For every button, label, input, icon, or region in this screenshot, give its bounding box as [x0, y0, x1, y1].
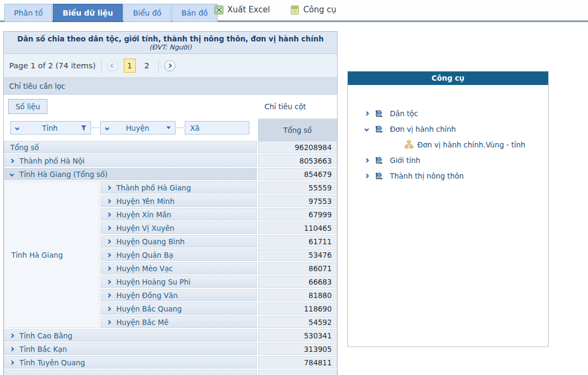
- table-row: Tỉnh Tuyên Quang 784811: [4, 356, 337, 369]
- so-lieu-button[interactable]: Số liệu: [8, 99, 47, 114]
- page-number-1[interactable]: 1: [124, 59, 136, 73]
- table-row: Huyện Yên Minh 97553: [101, 195, 337, 207]
- filter-section-header: Chỉ tiêu cần lọc: [4, 78, 337, 95]
- row-category[interactable]: Huyện Bắc Quang: [101, 302, 257, 315]
- row-category[interactable]: Thành phố Hà Nội: [4, 154, 257, 167]
- dimension-icon: [374, 171, 384, 181]
- filter-row: Tỉnh Huyện Xã: [10, 121, 249, 135]
- filter-tinh[interactable]: Tỉnh: [10, 121, 91, 135]
- row-category[interactable]: Huyện Hoàng Su Phì: [101, 275, 257, 288]
- pagination-bar: Page 1 of 2 (74 items) 1 2: [4, 54, 337, 78]
- row-value: 530341: [258, 329, 337, 342]
- dimension-icon: [374, 124, 384, 134]
- table-row: Huyện Bắc Quang 118690: [101, 302, 337, 315]
- tree-item-thanh-thi-nong-thon[interactable]: Thành thị nông thôn: [365, 168, 548, 183]
- pivot-table-panel: Dân số chia theo dân tộc, giới tính, thà…: [3, 31, 338, 375]
- row-label: Huyện Quản Bạ: [116, 251, 173, 259]
- pagination-divider: [101, 59, 102, 73]
- row-category[interactable]: Huyện Yên Minh: [101, 195, 257, 207]
- chevron-right-icon: [107, 185, 111, 189]
- chevron-down-icon[interactable]: [365, 126, 369, 131]
- next-page-button[interactable]: [164, 60, 176, 72]
- tree-item-label: Giới tính: [390, 156, 421, 165]
- tab-phan-to[interactable]: Phân tổ: [4, 4, 52, 22]
- row-label: Tổng số: [10, 143, 39, 152]
- tab-bar: Phân tổ Biểu dữ liệu Biểu đồ Bản đồ Xuất…: [0, 0, 588, 22]
- row-category[interactable]: Tỉnh Tuyên Quang: [4, 356, 257, 369]
- chevron-right-icon[interactable]: [365, 173, 369, 178]
- tree-item-label: Đơn vị hành chính.Vùng - tỉnh: [417, 140, 526, 149]
- dropdown-arrow-icon: [166, 126, 171, 129]
- tab-strip: Phân tổ Biểu dữ liệu Biểu đồ Bản đồ: [4, 4, 218, 22]
- export-excel-button[interactable]: Xuất Excel: [214, 5, 270, 15]
- row-category[interactable]: Tỉnh Bắc Kạn: [4, 343, 257, 355]
- table-row: Huyện Vị Xuyên 110465: [101, 222, 337, 234]
- row-category[interactable]: Huyện Xín Mần: [101, 208, 257, 221]
- row-category: [4, 370, 257, 375]
- row-label: Huyện Vị Xuyên: [116, 224, 174, 232]
- table-row: Huyện Quang Bình 61711: [101, 235, 337, 247]
- table-row: Huyện Bắc Mê 54592: [101, 316, 337, 328]
- filter-funnel-icon[interactable]: [81, 125, 87, 131]
- export-excel-label: Xuất Excel: [227, 5, 270, 15]
- row-category[interactable]: Thành phố Hà Giang: [101, 181, 257, 194]
- chevron-right-icon: [107, 225, 111, 230]
- row-label: Thành phố Hà Giang: [116, 183, 191, 192]
- table-row: Huyện Hoàng Su Phì 66683: [101, 275, 337, 288]
- row-value: 313905: [258, 343, 337, 355]
- row-value: 81880: [258, 289, 337, 301]
- chevron-right-icon[interactable]: [365, 158, 369, 162]
- row-category[interactable]: Tỉnh Cao Bằng: [4, 329, 257, 342]
- row-category[interactable]: Huyện Quang Bình: [101, 235, 257, 247]
- chevron-right-icon: [107, 306, 111, 310]
- row-value: 86071: [258, 262, 337, 274]
- table-row: Huyện Đồng Văn 81880: [101, 289, 337, 301]
- row-label: Thành phố Hà Nội: [19, 157, 85, 165]
- group-subrows: Thành phố Hà Giang 55559 Huyện Yên Minh …: [101, 181, 337, 328]
- tools-button[interactable]: Công cụ: [290, 5, 336, 15]
- excel-icon: [214, 5, 223, 15]
- prev-page-button[interactable]: [107, 60, 118, 72]
- row-value: 53476: [258, 249, 337, 261]
- hierarchy-icon: [404, 140, 414, 149]
- row-category[interactable]: Huyện Đồng Văn: [101, 289, 257, 301]
- chevron-right-icon[interactable]: [365, 111, 369, 115]
- row-category[interactable]: Huyện Bắc Mê: [101, 316, 257, 328]
- tools-panel-header: Công cụ: [348, 72, 548, 85]
- row-label: Huyện Hoàng Su Phì: [116, 278, 191, 286]
- row-category[interactable]: Huyện Mèo Vạc: [101, 262, 257, 274]
- chevron-right-icon: [107, 320, 111, 324]
- row-category[interactable]: Tổng số: [4, 141, 257, 153]
- pivot-controls: Số liệu Chỉ tiêu cột Tỉnh Huyện Xã Tổng …: [4, 95, 337, 141]
- tab-bieu-do[interactable]: Biểu đồ: [123, 4, 171, 22]
- filter-huyen[interactable]: Huyện: [100, 121, 176, 135]
- page-number-2[interactable]: 2: [141, 59, 153, 73]
- tab-bieu-du-lieu[interactable]: Biểu dữ liệu: [53, 4, 123, 22]
- dimension-icon: [374, 155, 384, 165]
- row-value: 61711: [258, 235, 337, 247]
- table-title-block: Dân số chia theo dân tộc, giới tính, thà…: [4, 32, 337, 54]
- chevron-right-icon: [107, 252, 111, 257]
- row-category[interactable]: Huyện Quản Bạ: [101, 249, 257, 261]
- row-value: 96208984: [258, 141, 337, 153]
- table-row-total: Tổng số 96208984: [4, 141, 337, 153]
- table-row-expanded: Tỉnh Hà Giang (Tổng số) 854679: [4, 168, 337, 180]
- tab-ban-do[interactable]: Bản đồ: [172, 4, 218, 22]
- table-row: Huyện Xín Mần 67999: [101, 208, 337, 221]
- tree-item-vung-tinh[interactable]: Đơn vị hành chính.Vùng - tỉnh: [365, 137, 548, 152]
- row-category[interactable]: Tỉnh Hà Giang (Tổng số): [4, 168, 257, 180]
- row-value: 97553: [258, 195, 337, 207]
- row-value: 8053663: [258, 154, 337, 167]
- row-label: Huyện Mèo Vạc: [116, 264, 173, 273]
- value-column-header[interactable]: Tổng số: [258, 118, 337, 141]
- row-value: 784811: [258, 356, 337, 369]
- row-category[interactable]: Huyện Vị Xuyên: [101, 222, 257, 234]
- tools-panel: Công cụ Dân tộc Đơ: [347, 71, 549, 347]
- row-value: 118690: [258, 302, 337, 315]
- tree-item-dan-toc[interactable]: Dân tộc: [365, 105, 548, 121]
- chevron-right-icon: [10, 333, 14, 337]
- tree-item-don-vi-hanh-chinh[interactable]: Đơn vị hành chính: [365, 121, 548, 137]
- row-value: 67999: [258, 208, 337, 221]
- tree-item-gioi-tinh[interactable]: Giới tính: [365, 152, 548, 168]
- filter-xa[interactable]: Xã: [185, 121, 249, 135]
